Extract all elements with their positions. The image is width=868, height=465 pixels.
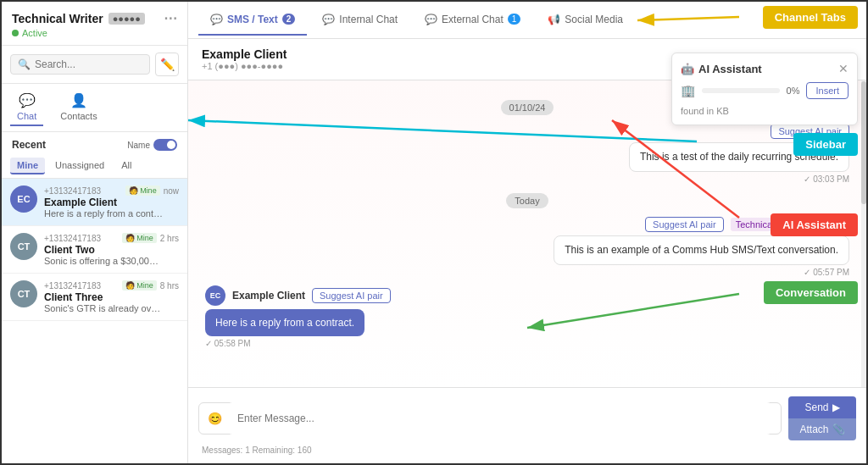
filter-tabs: Mine Unassigned All — [2, 154, 187, 179]
conv-preview: Here is a reply from a contract. — [44, 208, 163, 219]
conv-preview: Sonic's GTR is already over half... — [44, 303, 163, 313]
message-row: Suggest AI pair Technical Writer (●●●●●●… — [205, 217, 849, 277]
send-attach-group: Send ▶ Attach 📎 — [788, 396, 856, 440]
sidebar-title: Technical Writer ●●●●● ⋯ — [12, 10, 177, 26]
filter-tab-unassigned[interactable]: Unassigned — [48, 158, 111, 174]
tab-social-media[interactable]: 📢 Social Media — [536, 5, 635, 36]
recent-header: Recent Name — [2, 132, 187, 154]
name-toggle[interactable]: Name — [127, 139, 177, 151]
external-chat-count: 1 — [508, 14, 521, 25]
search-input[interactable] — [35, 58, 142, 70]
app-container: Technical Writer ●●●●● ⋯ Active 🔍 ✏️ 💬 C… — [0, 0, 868, 465]
contacts-tab-label: Contacts — [60, 111, 97, 121]
chat-area: 01/10/24 Suggest AI pair This is a test … — [188, 80, 866, 463]
social-media-label: Social Media — [565, 14, 623, 25]
contacts-icon: 👤 — [70, 92, 87, 108]
message-time: ✓ 03:03 PM — [804, 174, 849, 184]
chat-tab-label: Chat — [17, 111, 36, 121]
recent-label: Recent — [12, 139, 46, 151]
suggest-ai-pair-button[interactable]: Suggest AI pair — [645, 217, 724, 232]
sms-count: 2 — [282, 14, 296, 25]
chat-client-name: Example Client — [202, 47, 287, 61]
search-input-wrap[interactable]: 🔍 — [10, 54, 150, 75]
compose-button[interactable]: ✏️ — [155, 53, 179, 76]
conversation-list: EC +13132417183 🧑 Mine now Example Clien… — [2, 179, 187, 463]
tab-external-chat[interactable]: 💬 External Chat 1 — [413, 5, 532, 36]
callout-conversation: Conversation — [764, 281, 858, 304]
ai-assistant-panel: 🤖 AI Assistant ✕ 🏢 0% Insert found in KB — [671, 53, 858, 125]
message-row: Suggest AI pair This is a test of the da… — [205, 124, 849, 184]
attach-label: Attach — [799, 423, 828, 435]
mine-badge: 🧑 Mine — [122, 280, 157, 291]
sms-icon: 💬 — [210, 14, 223, 25]
conv-name: Client Two — [44, 244, 179, 256]
filter-tab-all[interactable]: All — [114, 158, 138, 174]
nav-tab-contacts[interactable]: 👤 Contacts — [53, 89, 103, 126]
message-row: EC Example Client Suggest AI pair Here i… — [205, 285, 849, 349]
message-input[interactable] — [227, 402, 772, 435]
avatar: CT — [10, 233, 37, 260]
sms-tab-label: SMS / Text — [227, 14, 278, 25]
conv-phone: +13132417183 — [44, 234, 101, 243]
external-chat-icon: 💬 — [425, 14, 437, 25]
nav-tab-chat[interactable]: 💬 Chat — [10, 89, 43, 126]
scrollbar-track[interactable] — [861, 80, 866, 387]
ai-percent: 0% — [787, 86, 800, 96]
ai-panel-title: AI Assistant — [698, 63, 762, 75]
ai-insert-button[interactable]: Insert — [806, 82, 849, 99]
attach-button[interactable]: Attach 📎 — [788, 418, 856, 440]
active-status: Active — [12, 28, 177, 38]
date-divider: Today — [205, 194, 849, 207]
chat-client-phone: +1 (●●●) ●●●-●●●● — [202, 61, 287, 71]
avatar: CT — [10, 280, 37, 307]
sidebar-search-row: 🔍 ✏️ — [2, 46, 187, 84]
suggest-ai-pair-button[interactable]: Suggest AI pair — [312, 288, 391, 303]
search-icon: 🔍 — [18, 58, 31, 70]
list-item[interactable]: EC +13132417183 🧑 Mine now Example Clien… — [2, 179, 187, 226]
internal-chat-icon: 💬 — [322, 14, 335, 25]
tab-internal-chat[interactable]: 💬 Internal Chat — [310, 5, 409, 36]
message-bubble: This is an example of a Comms Hub SMS/Te… — [554, 235, 849, 265]
message-time: ✓ 05:57 PM — [804, 268, 849, 277]
attach-icon: 📎 — [832, 423, 845, 435]
ai-kb-text: found in KB — [681, 106, 849, 116]
conv-time: now — [164, 186, 179, 196]
callout-channel-tabs: Channel Tabs — [763, 6, 858, 29]
scrollbar-thumb[interactable] — [861, 81, 866, 204]
conv-name: Example Client — [44, 197, 179, 208]
avatar: EC — [205, 285, 225, 306]
avatar: EC — [10, 185, 37, 213]
mine-badge: 🧑 Mine — [122, 233, 157, 243]
compose-icon: ✏️ — [160, 58, 175, 71]
internal-chat-label: Internal Chat — [339, 14, 398, 25]
messages-container[interactable]: 01/10/24 Suggest AI pair This is a test … — [188, 80, 866, 387]
conv-phone: +13132417183 — [44, 186, 101, 196]
conv-time: 8 hrs — [160, 281, 179, 291]
ai-panel-close-button[interactable]: ✕ — [838, 62, 849, 75]
message-time: ✓ 05:58 PM — [205, 339, 251, 348]
list-item[interactable]: CT +13132417183 🧑 Mine 2 hrs Client Two … — [2, 226, 187, 274]
sender-name: Example Client — [232, 290, 305, 302]
message-bubble: Here is a reply from a contract. — [205, 309, 364, 337]
input-area: 😊 Send ▶ Attach 📎 Messages: — [188, 387, 866, 463]
footer-info: Messages: 1 Remaining: 160 — [198, 446, 856, 455]
filter-tab-mine[interactable]: Mine — [10, 158, 45, 174]
mine-badge: 🧑 Mine — [125, 185, 160, 196]
conv-name: Client Three — [44, 291, 179, 303]
callout-ai-assistant: AI Assistant — [771, 213, 858, 236]
ai-progress-bar — [702, 88, 780, 93]
nav-tabs: 💬 Chat 👤 Contacts — [2, 84, 187, 132]
send-button[interactable]: Send ▶ — [788, 396, 856, 418]
more-options-icon[interactable]: ⋯ — [164, 10, 177, 26]
external-chat-label: External Chat — [442, 14, 504, 25]
main-content: 💬 SMS / Text 2 💬 Internal Chat 💬 Externa… — [188, 2, 866, 463]
list-item[interactable]: CT +13132417183 🧑 Mine 8 hrs Client Thre… — [2, 274, 187, 321]
callout-sidebar: Sidebar — [793, 133, 858, 156]
ai-icon: 🤖 — [681, 63, 694, 75]
emoji-icon[interactable]: 😊 — [208, 412, 222, 425]
ai-org-icon: 🏢 — [681, 84, 695, 97]
send-arrow-icon: ▶ — [832, 401, 840, 413]
conv-phone: +13132417183 — [44, 281, 101, 291]
toggle-pill[interactable] — [153, 139, 177, 151]
tab-sms-text[interactable]: 💬 SMS / Text 2 — [198, 5, 307, 36]
